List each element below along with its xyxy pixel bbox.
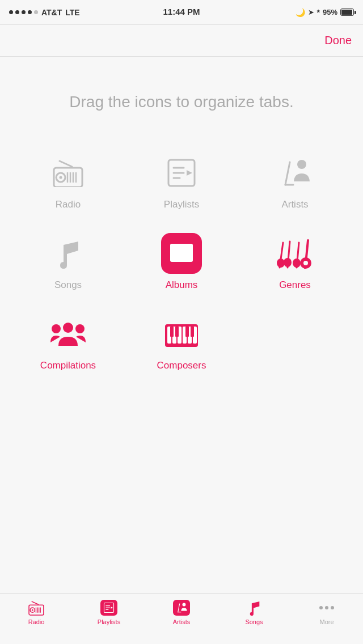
nav-bar: Done (0, 25, 363, 57)
svg-line-52 (32, 601, 38, 604)
radio-icon (52, 159, 85, 187)
compilations-label: Compilations (40, 360, 96, 371)
playlists-icon (166, 158, 197, 188)
signal-dots (9, 10, 38, 14)
playlists-icon-box (161, 152, 202, 193)
svg-point-30 (303, 261, 308, 265)
composers-icon-box (161, 313, 202, 354)
songs-icon (56, 238, 81, 269)
albums-icon: ♪ (168, 242, 195, 265)
moon-icon: 🌙 (296, 8, 305, 17)
icon-row-3: Compilations (11, 302, 352, 383)
svg-point-31 (52, 324, 61, 333)
battery-icon (340, 9, 354, 16)
svg-line-7 (60, 161, 72, 167)
tab-artists-box (173, 600, 190, 616)
svg-marker-57 (111, 607, 113, 609)
icon-item-radio[interactable]: Radio (23, 152, 113, 210)
artists-icon-box (275, 152, 315, 193)
tab-item-songs[interactable]: Songs (218, 599, 290, 625)
svg-point-15 (297, 160, 306, 169)
svg-rect-17 (170, 244, 193, 248)
tab-item-more[interactable]: More (290, 599, 363, 625)
compilations-icon-box (48, 313, 88, 354)
icon-item-compilations[interactable]: Compilations (23, 313, 113, 371)
tab-playlists-icon-container (100, 599, 117, 616)
instruction-text: Drag the icons to organize tabs. (23, 91, 340, 113)
status-time: 11:44 PM (163, 7, 200, 16)
svg-rect-41 (170, 327, 174, 337)
icon-item-playlists[interactable]: Playlists (136, 152, 227, 210)
bluetooth-icon: * (317, 8, 320, 17)
artists-icon (278, 158, 311, 188)
status-bar: AT&T LTE 11:44 PM 🌙 ➤ * 95% (0, 0, 363, 25)
tab-radio-icon-container (28, 599, 45, 616)
tab-item-playlists[interactable]: Playlists (73, 599, 145, 625)
composers-label: Composers (157, 360, 206, 371)
tab-more-dots (319, 599, 334, 616)
icon-item-songs[interactable]: Songs (23, 233, 113, 291)
icon-item-artists[interactable]: Artists (250, 152, 340, 210)
tab-more-label: More (319, 618, 334, 625)
svg-point-25 (284, 258, 292, 267)
artists-label: Artists (281, 199, 308, 210)
tab-radio-label: Radio (28, 618, 45, 625)
genres-label: Genres (279, 279, 311, 291)
icon-row-1: Radio Playlists (11, 141, 352, 222)
status-left: AT&T LTE (9, 8, 80, 17)
compilations-icon (48, 319, 88, 349)
svg-rect-42 (175, 327, 179, 337)
tab-playlists-box (100, 600, 117, 616)
location-icon: ➤ (308, 8, 314, 16)
icon-item-genres[interactable]: Genres (250, 233, 340, 291)
svg-point-33 (63, 323, 73, 333)
albums-icon-box: ♪ (161, 233, 202, 274)
playlists-label: Playlists (164, 199, 199, 210)
icon-row-2: Songs ♪ Albums (11, 222, 352, 302)
tab-item-radio[interactable]: Radio (0, 599, 73, 625)
svg-text:♪: ♪ (178, 251, 183, 262)
icon-item-albums[interactable]: ♪ Albums (136, 233, 227, 291)
svg-line-58 (178, 604, 180, 612)
more-dot-3 (331, 606, 334, 609)
tab-artists-icon-container (173, 599, 190, 616)
status-right: 🌙 ➤ * 95% (296, 8, 354, 17)
more-dot-1 (319, 606, 323, 609)
genres-icon-box (275, 233, 315, 274)
svg-point-60 (182, 603, 185, 606)
tab-artists-icon (175, 602, 188, 613)
svg-point-2 (60, 176, 62, 179)
tab-songs-label: Songs (245, 618, 263, 625)
tab-radio-icon (28, 600, 45, 616)
radio-label: Radio (56, 199, 81, 210)
tab-songs-icon (247, 600, 261, 616)
radio-icon-box (48, 152, 88, 193)
genres-icon (275, 238, 315, 269)
svg-point-32 (75, 324, 85, 333)
tab-playlists-label: Playlists (98, 618, 120, 625)
svg-rect-43 (185, 327, 189, 337)
tab-songs-icon-container (246, 599, 263, 616)
composers-icon (164, 319, 199, 349)
tab-playlists-icon (103, 602, 115, 613)
svg-rect-44 (191, 327, 194, 337)
svg-point-47 (32, 609, 33, 611)
svg-line-13 (285, 162, 290, 185)
tab-item-artists[interactable]: Artists (145, 599, 218, 625)
network-type: LTE (65, 8, 79, 17)
songs-label: Songs (54, 279, 82, 291)
svg-point-27 (293, 259, 301, 268)
battery-percent: 95% (323, 8, 337, 16)
done-button[interactable]: Done (324, 34, 352, 47)
albums-label: Albums (166, 279, 198, 291)
tab-bar: Radio Playlists (0, 593, 363, 644)
carrier-name: AT&T (41, 8, 62, 17)
songs-icon-box (48, 233, 88, 274)
svg-marker-12 (187, 170, 192, 176)
icon-item-composers[interactable]: Composers (136, 313, 227, 371)
instruction-area: Drag the icons to organize tabs. (0, 57, 363, 135)
more-dot-2 (325, 606, 328, 609)
svg-point-23 (277, 259, 285, 268)
icon-grid: Radio Playlists (0, 135, 363, 388)
tab-artists-label: Artists (173, 618, 191, 625)
